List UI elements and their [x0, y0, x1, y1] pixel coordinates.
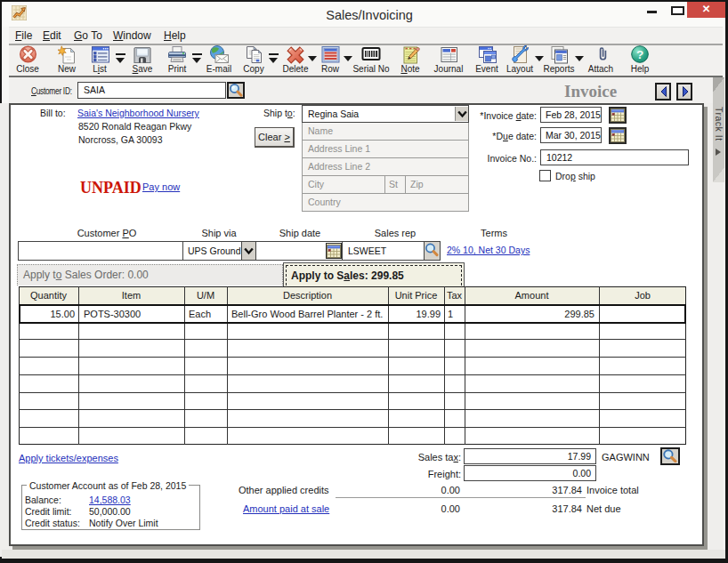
svg-text:?: ?	[636, 48, 643, 61]
